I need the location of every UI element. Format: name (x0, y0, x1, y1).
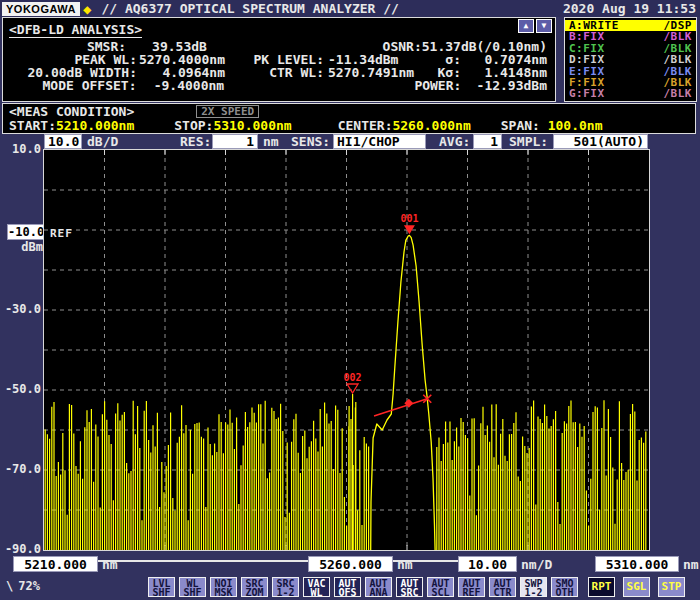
x-start-unit: nm (102, 557, 118, 572)
scroll-up-icon[interactable]: ▲ (518, 19, 534, 33)
meas-field-value: 5310.000nm (213, 118, 291, 133)
sens-field[interactable]: HI1/CHOP (333, 134, 426, 149)
softkey-line2: SHF (180, 588, 205, 597)
ref-line-label: REF (50, 227, 73, 240)
softkey-smo-oth[interactable]: SMOOTH (551, 577, 578, 597)
sgl-button[interactable]: SGL (623, 577, 650, 597)
res-field[interactable]: 1 (212, 134, 258, 149)
softkey-vac-wl[interactable]: VACWL (303, 577, 330, 597)
meas-condition-header-row: <MEAS CONDITION> 2X SPEED (3, 105, 695, 118)
meas-field-label: START: (9, 118, 56, 133)
y-axis-label: -70.0 (0, 463, 41, 476)
stp-button[interactable]: STP (658, 577, 685, 597)
softkey-aut-ref[interactable]: AUTREF (458, 577, 485, 597)
softkey-aut-src[interactable]: AUTSRC (396, 577, 423, 597)
spectrum-plot-canvas: REF001002 (44, 150, 649, 550)
softkey-line2: REF (459, 588, 484, 597)
meas-field-value: 100.0nm (540, 118, 603, 133)
sweep-progress-label: 72% (18, 579, 40, 593)
smpl-field[interactable]: 501(AUTO) (553, 134, 648, 149)
softkey-line2: OFS (335, 588, 360, 597)
spectrum-trace-a (371, 235, 435, 550)
y-axis-label: 10.0 (0, 143, 41, 156)
analysis-results: SMSR:39.53dBOSNR:51.37dB(/0.10nm)PEAK WL… (3, 40, 555, 92)
softkey-line2: OTH (552, 588, 577, 597)
spectrum-plot: REF001002 (43, 149, 650, 551)
x-start-field[interactable]: 5210.000 (13, 556, 98, 572)
softkey-line2: ANA (366, 588, 391, 597)
marker-002-triangle-icon (347, 384, 358, 393)
osa-screen: YOKOGAWA ◆ // AQ6377 OPTICAL SPECTRUM AN… (0, 0, 700, 600)
analysis-header: <DFB-LD ANALYSIS> (9, 23, 142, 38)
softkey-aut-ofs[interactable]: AUTOFS (334, 577, 361, 597)
meas-field-value: 5210.000nm (56, 118, 134, 133)
x-stop-field[interactable]: 5310.000 (595, 556, 679, 572)
softkey-line2: ZOM (242, 588, 267, 597)
sweep-progress-indicator: \ 72% (6, 579, 40, 593)
softkey-src-1-2[interactable]: SRC1-2 (272, 577, 299, 597)
trace-row-d[interactable]: D:FIX/BLK (565, 54, 696, 65)
rpt-button[interactable]: RPT (588, 577, 615, 597)
meas-field-value: 5260.000nm (392, 118, 470, 133)
softkey-line2: SCL (428, 588, 453, 597)
meas-condition-values: START:5210.000nmSTOP:5310.000nmCENTER:52… (3, 119, 695, 133)
trace-row-g[interactable]: G:FIX/BLK (565, 88, 696, 99)
yokogawa-logo: YOKOGAWA (2, 2, 80, 16)
analysis-cell: -9.4000nm (136, 79, 224, 92)
softkey-aut-scl[interactable]: AUTSCL (427, 577, 454, 597)
softkey-line2: WL (304, 588, 329, 597)
softkey-line2: CTR (490, 588, 515, 597)
x-scale-field[interactable]: 10.00 (458, 556, 517, 572)
avg-label: AVG: (439, 135, 470, 149)
softkey-aut-ana[interactable]: AUTANA (365, 577, 392, 597)
meas-condition-header: <MEAS CONDITION> (9, 106, 134, 118)
softkey-wl-shf[interactable]: WLSHF (179, 577, 206, 597)
avg-field[interactable]: 1 (473, 134, 502, 149)
sens-label: SENS: (291, 135, 330, 149)
marker-002-label: 002 (344, 372, 362, 383)
softkey-line2: SRC (397, 588, 422, 597)
mode-offset-line (374, 399, 427, 416)
level-scale-unit: dB/D (87, 135, 118, 149)
y-axis-label: -90.0 (0, 543, 41, 556)
softkey-aut-ctr[interactable]: AUTCTR (489, 577, 516, 597)
softkey-line2: 1-2 (273, 588, 298, 597)
softkey-line2: 1-2 (521, 588, 546, 597)
analysis-cell: POWER: (414, 79, 461, 92)
res-label: RES: (180, 135, 211, 149)
dfb-ld-analysis-panel: <DFB-LD ANALYSIS> ▲ ▼ SMSR:39.53dBOSNR:5… (2, 17, 556, 102)
softkey-row: LVLSHFWLSHFNOIMSKSRCZOMSRC1-2VACWLAUTOFS… (148, 577, 578, 597)
trace-display-mode: /BLK (664, 88, 693, 99)
x-center-unit: nm (397, 557, 413, 572)
level-scale-field[interactable]: 10.0 (44, 134, 82, 149)
x-center-field[interactable]: 5260.000 (308, 556, 393, 572)
page-title: // AQ6377 OPTICAL SPECTRUM ANALYZER // (101, 1, 398, 16)
ref-level-field[interactable]: -10.0 (7, 224, 45, 240)
meas-field-start: START:5210.000nm (9, 119, 134, 133)
analysis-cell: MODE OFFSET: (3, 79, 136, 92)
noise-floor-trace (45, 394, 646, 550)
softkey-lvl-shf[interactable]: LVLSHF (148, 577, 175, 597)
scroll-down-icon[interactable]: ▼ (536, 19, 552, 33)
meas-field-label: CENTER: (338, 118, 393, 133)
softkey-swp-1-2[interactable]: SWP1-2 (520, 577, 547, 597)
y-axis-label: -50.0 (0, 383, 41, 396)
meas-field-center: CENTER:5260.000nm (338, 119, 471, 133)
analysis-markers: 001002 (344, 213, 432, 416)
x-scale-unit: nm/D (521, 557, 552, 572)
softkey-noi-msk[interactable]: NOIMSK (210, 577, 237, 597)
sweep-action-keys: RPTSGLSTP (588, 577, 685, 597)
trace-name: D:FIX (569, 54, 605, 65)
softkey-src-zom[interactable]: SRCZOM (241, 577, 268, 597)
trace-display-mode: /BLK (664, 54, 693, 65)
panel-scroll-buttons: ▲ ▼ (518, 19, 552, 33)
yokogawa-diamond-icon: ◆ (83, 3, 91, 15)
meas-condition-panel: <MEAS CONDITION> 2X SPEED START:5210.000… (2, 103, 696, 134)
analysis-cell: -12.93dBm (461, 79, 547, 92)
meas-field-label: SPAN: (501, 118, 540, 133)
trace-name: G:FIX (569, 88, 605, 99)
meas-field-stop: STOP:5310.000nm (174, 119, 291, 133)
marker-001-label: 001 (400, 213, 418, 224)
trace-status-panel: A:WRITE/DSPB:FIX/BLKC:FIX/BLKD:FIX/BLKE:… (564, 17, 697, 102)
speed-mode-badge: 2X SPEED (196, 105, 259, 118)
